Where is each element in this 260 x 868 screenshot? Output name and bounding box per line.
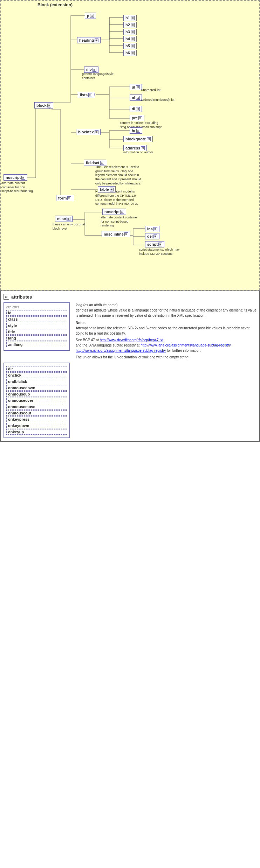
lists-node: lists ⊞ [78,92,94,98]
attr-onkeydown[interactable]: onkeydown [6,423,67,428]
ul-expand[interactable]: ⊞ [136,85,140,89]
h1-expand[interactable]: ⊞ [131,16,135,20]
lists-label: lists [80,93,88,97]
fieldset-note: The Fieldset element is used to group fo… [95,165,143,206]
address-note: information on author [123,150,153,155]
extra-attrs-inner: dir onclick ondblclick onmousedown onmou… [4,363,70,438]
fieldset-label: fieldset [86,161,100,165]
attr-onmouseover[interactable]: onmouseover [6,398,67,403]
grp-attrs-label: grp attrs [6,305,67,309]
attr-title[interactable]: title [6,329,67,335]
misc-inline-node: misc.inline ⊞ [102,231,130,237]
address-label: address [125,146,140,150]
div-label: div [86,68,92,72]
misc-label: misc [57,217,66,221]
misc-inline-expand[interactable]: ⊞ [124,232,128,236]
del-label: del [147,234,153,238]
noscript-left-label: noscript [6,175,21,180]
attr-lang[interactable]: lang [6,335,67,341]
hr-label: hr [132,128,136,133]
attributes-icon: ⊞ [4,294,9,300]
ol-note: Ordered (numbered) list [141,98,175,102]
noscript-right-expand[interactable]: ⊞ [120,210,124,214]
blockquote-label: blockquote [125,137,146,141]
script-note: script statements, which may include CDA… [139,248,181,256]
h4-expand[interactable]: ⊞ [131,37,135,41]
attr-onmouseout[interactable]: onmouseout [6,410,67,416]
blocktex-expand[interactable]: ⊞ [95,130,98,134]
diagram-title: Block (extension) [37,2,73,7]
heading-node: heading ⊞ [77,37,101,43]
blockquote-node: blockquote ⊞ [123,136,153,142]
ins-expand[interactable]: ⊞ [153,227,157,231]
misc-node: misc ⊞ [55,216,73,222]
p-expand[interactable]: ⊞ [90,14,94,18]
ins-node: ins ⊞ [145,226,159,232]
blocktex-node: blocktex ⊞ [76,129,101,135]
form-expand[interactable]: ⊞ [67,196,71,200]
blockquote-expand[interactable]: ⊞ [147,137,151,141]
attr-onclick[interactable]: onclick [6,372,67,378]
extra-attrs-box: dir onclick ondblclick onmousedown onmou… [4,363,256,438]
hr-node: hr ⊞ [130,127,142,134]
script-expand[interactable]: ⊞ [158,243,162,246]
noscript-right-node: noscript ⊞ [102,209,126,215]
h3-label: h3 [125,30,130,34]
div-note: generic language/style container [82,72,115,80]
attr-style[interactable]: style [6,323,67,328]
p-label: p [87,14,89,18]
p-node: p ⊞ [85,13,96,19]
h4-label: h4 [125,37,130,41]
attr-onmousemove[interactable]: onmousemove [6,404,67,410]
h5-expand[interactable]: ⊞ [131,44,135,48]
h5-node: h5 ⊞ [123,43,137,49]
del-expand[interactable]: ⊞ [153,234,157,238]
blocktex-label: blocktex [78,130,94,134]
attr-xmllang[interactable]: xmllang [6,342,67,347]
misc-note: these can only occur at block level [53,223,89,231]
h2-label: h2 [125,23,130,27]
hr-expand[interactable]: ⊞ [136,129,140,133]
h1-node: h1 ⊞ [123,15,137,21]
h2-node: h2 ⊞ [123,22,137,28]
dl-label: dl [132,107,135,111]
table-expand[interactable]: ⊞ [110,188,114,191]
script-node: script ⊞ [145,241,164,247]
attr-onmousedown[interactable]: onmousedown [6,385,67,391]
address-expand[interactable]: ⊞ [141,146,145,150]
ul-node: ul ⊞ [130,84,142,90]
table-label: table [100,187,109,191]
attr-ondblclick[interactable]: ondblclick [6,379,67,384]
fieldset-expand[interactable]: ⊞ [100,161,104,165]
attr-onmouseup[interactable]: onmouseup [6,391,67,397]
h6-expand[interactable]: ⊞ [131,51,135,55]
attr-class[interactable]: class [6,316,67,322]
block-node: block ⊞ [34,102,53,108]
attr-dir[interactable]: dir [6,366,67,372]
h2-expand[interactable]: ⊞ [131,23,135,27]
misc-inline-label: misc.inline [104,232,124,236]
h1-label: h1 [125,16,130,20]
misc-expand[interactable]: ⊞ [67,217,70,221]
attributes-header: ⊞ attributes [4,294,256,300]
dl-expand[interactable]: ⊞ [136,107,140,111]
pre-label: pre [132,116,138,120]
block-expand[interactable]: ⊞ [47,104,51,107]
ol-expand[interactable]: ⊞ [136,96,140,100]
h4-node: h4 ⊞ [123,36,137,42]
h3-expand[interactable]: ⊞ [131,30,135,34]
diagram-area: Block (extension) [0,0,260,290]
attr-onkeypress[interactable]: onkeypress [6,416,67,422]
block-label: block [36,103,47,107]
heading-expand[interactable]: ⊞ [95,38,98,42]
noscript-left-expand[interactable]: ⊞ [21,176,25,180]
attr-onkeyup[interactable]: onkeyup [6,429,67,435]
pre-expand[interactable]: ⊞ [138,116,142,120]
heading-label: heading [79,38,94,42]
div-expand[interactable]: ⊞ [93,68,96,72]
lists-expand[interactable]: ⊞ [88,93,92,97]
attributes-description: lang (as an attribute name) denotes an a… [76,302,256,360]
del-node: del ⊞ [145,233,159,239]
attr-id[interactable]: id [6,310,67,316]
attributes-panel: ⊞ attributes grp attrs id class style ti… [0,290,260,442]
